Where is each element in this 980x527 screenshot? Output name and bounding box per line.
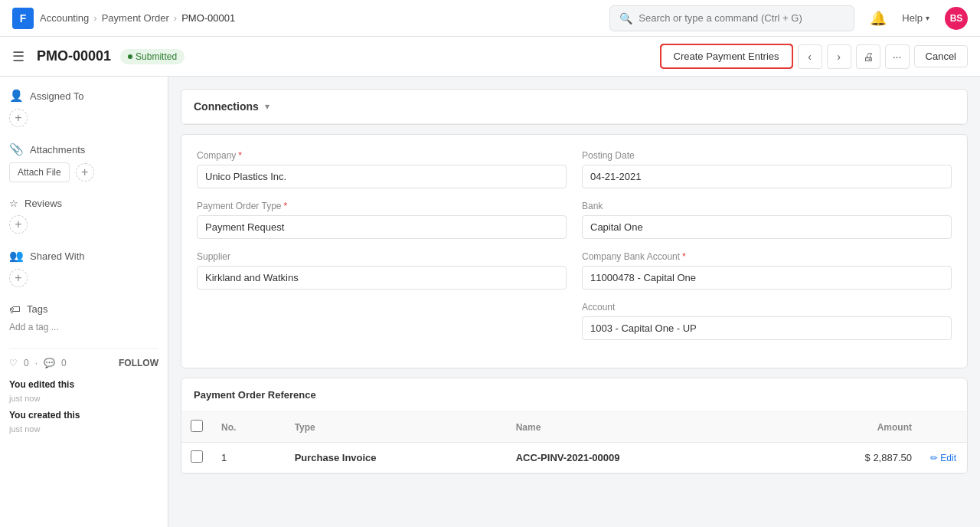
account-value[interactable]: 1003 - Capital One - UP (582, 316, 952, 340)
print-button[interactable]: 🖨 (856, 44, 880, 69)
attach-file-button[interactable]: Attach File (9, 162, 70, 182)
table-row: 1 Purchase Invoice ACC-PINV-2021-00009 $… (181, 443, 967, 473)
top-nav: F Accounting › Payment Order › PMO-00001… (0, 0, 980, 37)
comment-icon[interactable]: 💬 (44, 358, 55, 368)
next-button[interactable]: › (827, 44, 851, 69)
star-icon: ☆ (9, 198, 18, 209)
sidebar-footer: ♡ 0 · 💬 0 FOLLOW You edited this just no… (9, 348, 158, 436)
add-review-button[interactable]: + (9, 215, 28, 234)
supplier-value[interactable]: Kirkland and Watkins (197, 266, 567, 290)
supplier-label: Supplier (197, 251, 567, 262)
hamburger-icon[interactable]: ☰ (12, 48, 24, 65)
like-row: ♡ 0 · 💬 0 FOLLOW (9, 358, 158, 368)
form-row-1: Company * Unico Plastics Inc. Posting Da… (197, 150, 952, 188)
bank-label: Bank (582, 201, 952, 211)
payment-order-table: No. Type Name Amount 1 Purchase Invoice … (181, 412, 967, 473)
more-options-button[interactable]: ··· (885, 44, 910, 69)
follow-button[interactable]: FOLLOW (119, 358, 158, 368)
posting-date-field: Posting Date 04-21-2021 (582, 150, 952, 188)
table-section-title: Payment Order Reference (181, 378, 967, 412)
search-bar[interactable]: 🔍 (609, 5, 854, 31)
form-card: Company * Unico Plastics Inc. Posting Da… (181, 134, 968, 368)
help-button[interactable]: Help ▾ (896, 9, 936, 27)
payment-order-type-field: Payment Order Type * Payment Request (197, 201, 567, 239)
row-amount: $ 2,887.50 (776, 443, 921, 473)
reviews-title: ☆ Reviews (9, 198, 158, 209)
search-input[interactable] (639, 12, 844, 24)
col-type: Type (286, 412, 507, 443)
connections-header[interactable]: Connections ▾ (181, 90, 967, 124)
reviews-section: ☆ Reviews + (9, 198, 158, 234)
chevron-right-icon: › (837, 51, 841, 63)
activity-item-1: You created this just now (9, 408, 158, 436)
ellipsis-icon: ··· (893, 51, 902, 63)
search-icon: 🔍 (619, 12, 632, 25)
shared-with-title: 👥 Shared With (9, 249, 158, 263)
account-field: Account 1003 - Capital One - UP (582, 302, 952, 340)
likes-count: 0 (24, 358, 29, 368)
row-edit-cell: ✏ Edit (921, 443, 967, 473)
avatar[interactable]: BS (945, 7, 968, 30)
select-all-checkbox[interactable] (191, 420, 203, 432)
col-no: No. (212, 412, 286, 443)
col-actions (921, 412, 967, 443)
row-name: ACC-PINV-2021-00009 (507, 443, 777, 473)
tags-section: 🏷 Tags Add a tag ... (9, 303, 158, 332)
app-logo[interactable]: F (12, 8, 34, 29)
row-1-checkbox[interactable] (191, 450, 203, 463)
add-tag-button[interactable]: Add a tag ... (9, 322, 158, 332)
comment-dot-sep: · (35, 358, 38, 368)
col-checkbox (181, 412, 212, 443)
edit-row-link[interactable]: ✏ Edit (930, 453, 956, 463)
company-bank-account-value[interactable]: 11000478 - Capital One (582, 266, 952, 290)
doc-header: ☰ PMO-00001 Submitted Create Payment Ent… (0, 37, 980, 77)
add-share-button[interactable]: + (9, 269, 28, 287)
doc-title: PMO-00001 (37, 48, 111, 64)
connections-title: Connections (194, 100, 259, 113)
payment-order-type-value[interactable]: Payment Request (197, 215, 567, 239)
attachments-title: 📎 Attachments (9, 142, 158, 156)
like-icon[interactable]: ♡ (9, 358, 18, 368)
assigned-to-section: 👤 Assigned To + (9, 89, 158, 127)
connections-card: Connections ▾ (181, 89, 968, 125)
col-name: Name (507, 412, 777, 443)
add-attachment-button[interactable]: + (76, 163, 94, 182)
status-dot (128, 54, 132, 59)
status-badge: Submitted (120, 49, 185, 64)
table-card: Payment Order Reference No. Type Name Am… (181, 378, 968, 474)
form-row-4: Account 1003 - Capital One - UP (197, 302, 952, 340)
activity-item-0: You edited this just now (9, 378, 158, 405)
assigned-to-title: 👤 Assigned To (9, 89, 158, 103)
company-label: Company * (197, 150, 567, 161)
tags-title: 🏷 Tags (9, 303, 158, 316)
chevron-down-icon: ▾ (926, 14, 929, 22)
notification-bell-icon[interactable]: 🔔 (870, 10, 887, 27)
create-payment-entries-button[interactable]: Create Payment Entries (660, 44, 793, 69)
cancel-button[interactable]: Cancel (914, 45, 968, 67)
chevron-left-icon: ‹ (808, 51, 812, 63)
posting-date-value[interactable]: 04-21-2021 (582, 165, 952, 188)
comments-count: 0 (61, 358, 67, 368)
attachments-section: 📎 Attachments Attach File + (9, 142, 158, 182)
breadcrumb: Accounting › Payment Order › PMO-00001 (40, 12, 235, 24)
company-value[interactable]: Unico Plastics Inc. (197, 165, 567, 188)
company-bank-account-field: Company Bank Account * 11000478 - Capita… (582, 251, 952, 290)
posting-date-label: Posting Date (582, 150, 952, 161)
breadcrumb-accounting[interactable]: Accounting (40, 12, 89, 24)
prev-button[interactable]: ‹ (798, 44, 822, 69)
breadcrumb-payment-order[interactable]: Payment Order (102, 12, 169, 24)
bank-value[interactable]: Capital One (582, 215, 952, 239)
payment-order-type-label: Payment Order Type * (197, 201, 567, 211)
shared-with-section: 👥 Shared With + (9, 249, 158, 287)
add-assignee-button[interactable]: + (9, 109, 28, 127)
paperclip-icon: 📎 (9, 142, 24, 156)
connections-chevron-icon: ▾ (265, 101, 270, 112)
sidebar: 👤 Assigned To + 📎 Attachments Attach Fil… (0, 77, 168, 527)
form-row-3: Supplier Kirkland and Watkins Company Ba… (197, 251, 952, 290)
doc-actions: Create Payment Entries ‹ › 🖨 ··· Cancel (660, 44, 968, 69)
main-layout: 👤 Assigned To + 📎 Attachments Attach Fil… (0, 77, 980, 527)
share-icon: 👥 (9, 249, 24, 263)
breadcrumb-current: PMO-00001 (181, 12, 235, 24)
row-type: Purchase Invoice (286, 443, 507, 473)
tag-icon: 🏷 (9, 303, 21, 316)
